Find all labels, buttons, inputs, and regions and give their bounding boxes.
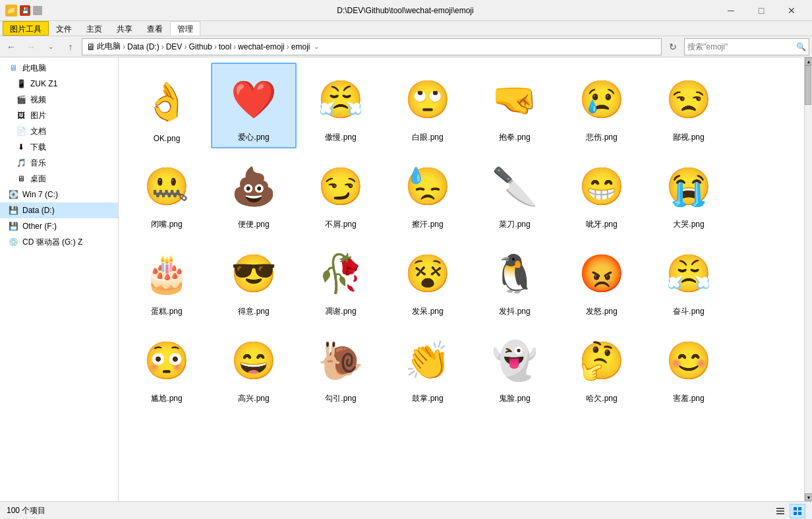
file-item[interactable]: 🐌 勾引.png	[298, 324, 384, 410]
path-computer[interactable]: 🖥 此电脑	[86, 41, 121, 52]
tab-manage[interactable]: 管理	[170, 21, 200, 36]
file-item[interactable]: 😤 傲慢.png	[298, 63, 384, 148]
path-wechat[interactable]: wechat-emoji	[238, 42, 285, 51]
file-thumbnail: 🔪	[485, 157, 544, 216]
file-item[interactable]: 🙄 白眼.png	[385, 63, 471, 148]
phone-icon: 📱	[16, 78, 26, 89]
file-item[interactable]: 👻 鬼脸.png	[472, 324, 558, 410]
tab-image-tools[interactable]: 图片工具	[3, 21, 49, 36]
path-tool[interactable]: tool	[219, 42, 231, 51]
file-thumbnail: 🥀	[311, 244, 370, 303]
tab-view[interactable]: 查看	[140, 21, 170, 36]
file-item[interactable]: 😳 尴尬.png	[124, 324, 210, 410]
file-item[interactable]: 🤐 闭嘴.png	[124, 150, 210, 235]
file-name: 悲伤.png	[586, 132, 617, 143]
grid-view-icon	[792, 506, 803, 516]
address-path[interactable]: 🖥 此电脑 › Data (D:) › DEV › Github › tool …	[82, 38, 662, 55]
path-sep-4: ›	[214, 42, 217, 51]
scrollbar-up[interactable]: ▲	[805, 57, 812, 65]
file-name: 发呆.png	[412, 306, 443, 317]
sidebar-label-datad: Data (D:)	[22, 206, 55, 215]
file-item[interactable]: 😭 大哭.png	[646, 150, 732, 235]
tab-file[interactable]: 文件	[49, 21, 79, 36]
sidebar-item-computer[interactable]: 🖥 此电脑	[0, 60, 118, 76]
forward-button[interactable]: →	[22, 38, 40, 55]
file-item[interactable]: 😏 不屑.png	[298, 150, 384, 235]
file-item[interactable]: 😁 呲牙.png	[559, 150, 645, 235]
file-thumbnail: 😄	[224, 331, 283, 390]
file-name: 爱心.png	[238, 132, 269, 143]
search-input[interactable]	[687, 42, 796, 51]
close-button[interactable]: ✕	[776, 0, 807, 21]
search-box[interactable]: 🔍	[684, 38, 809, 55]
sidebar-item-winc[interactable]: 💽 Win 7 (C:)	[0, 187, 118, 202]
file-item[interactable]: 😄 高兴.png	[211, 324, 297, 410]
sidebar-item-video[interactable]: 🎬 视频	[0, 92, 118, 107]
desktop-icon: 🖥	[16, 173, 26, 184]
minimize-button[interactable]: ─	[716, 0, 746, 21]
file-name: 奋斗.png	[673, 306, 704, 317]
svg-rect-0	[776, 508, 784, 509]
recent-button[interactable]: ⌄	[42, 38, 59, 55]
sidebar-label-document: 文档	[30, 126, 46, 137]
drive-d-icon: 💾	[8, 205, 18, 216]
sidebar-item-picture[interactable]: 🖼 图片	[0, 107, 118, 123]
file-thumbnail: 🤐	[137, 157, 196, 216]
sidebar-item-music[interactable]: 🎵 音乐	[0, 155, 118, 171]
sidebar-item-document[interactable]: 📄 文档	[0, 123, 118, 139]
file-item[interactable]: 😡 发怒.png	[559, 237, 645, 322]
sidebar-item-download[interactable]: ⬇ 下载	[0, 139, 118, 155]
file-name: 发怒.png	[586, 306, 617, 317]
list-view-button[interactable]	[772, 504, 788, 518]
list-view-icon	[775, 506, 786, 516]
sidebar-label-computer: 此电脑	[22, 63, 46, 74]
sidebar-item-other[interactable]: 💾 Other (F:)	[0, 218, 118, 234]
file-item[interactable]: 🔪 菜刀.png	[472, 150, 558, 235]
tab-share[interactable]: 共享	[109, 21, 140, 36]
sidebar-item-datad[interactable]: 💾 Data (D:)	[0, 202, 118, 218]
file-item[interactable]: 😊 害羞.png	[646, 324, 732, 410]
sidebar-item-cd[interactable]: 💿 CD 驱动器 (G:) Z	[0, 234, 118, 250]
scrollbar-down[interactable]: ▼	[805, 493, 812, 501]
file-item[interactable]: ❤️ 爱心.png	[211, 63, 297, 148]
refresh-button[interactable]: ↻	[664, 38, 682, 55]
file-item[interactable]: 😵 发呆.png	[385, 237, 471, 322]
file-thumbnail: 👻	[485, 331, 544, 390]
file-thumbnail: 😢	[572, 70, 631, 129]
file-item[interactable]: 😢 悲伤.png	[559, 63, 645, 148]
file-item[interactable]: 😒 鄙视.png	[646, 63, 732, 148]
file-name: 蛋糕.png	[151, 306, 182, 317]
file-item[interactable]: 🤜 抱拳.png	[472, 63, 558, 148]
back-button[interactable]: ←	[3, 38, 20, 55]
sidebar-item-zuk[interactable]: 📱 ZUK Z1	[0, 76, 118, 92]
video-icon: 🎬	[16, 94, 26, 105]
grid-view-button[interactable]	[790, 504, 805, 518]
sidebar-item-desktop[interactable]: 🖥 桌面	[0, 171, 118, 187]
file-item[interactable]: 😤 奋斗.png	[646, 237, 732, 322]
file-item[interactable]: 💩 便便.png	[211, 150, 297, 235]
file-item[interactable]: 👏 鼓掌.png	[385, 324, 471, 410]
file-name: 高兴.png	[238, 393, 269, 404]
path-datad[interactable]: Data (D:)	[127, 42, 160, 51]
file-item[interactable]: 👌 OK.png	[124, 63, 210, 148]
drive-c-icon: 💽	[8, 189, 18, 200]
scrollbar-thumb[interactable]	[805, 65, 811, 105]
path-github[interactable]: Github	[188, 42, 212, 51]
up-button[interactable]: ↑	[62, 38, 79, 55]
path-sep-1: ›	[123, 42, 125, 51]
file-item[interactable]: 😎 得意.png	[211, 237, 297, 322]
file-item[interactable]: 🎂 蛋糕.png	[124, 237, 210, 322]
file-item[interactable]: 🤔 哈欠.png	[559, 324, 645, 410]
maximize-button[interactable]: □	[746, 0, 776, 21]
title-buttons: ─ □ ✕	[716, 0, 807, 21]
file-item[interactable]: 😓 擦汗.png	[385, 150, 471, 235]
file-item[interactable]: 🥀 凋谢.png	[298, 237, 384, 322]
file-item[interactable]: 🐧 发抖.png	[472, 237, 558, 322]
file-thumbnail: 😵	[398, 244, 457, 303]
path-emoji[interactable]: emoji	[291, 42, 310, 51]
path-dropdown-arrow[interactable]: ⌄	[314, 43, 319, 50]
file-name: 白眼.png	[412, 132, 443, 143]
tab-home[interactable]: 主页	[79, 21, 109, 36]
path-dev[interactable]: DEV	[166, 42, 183, 51]
title-text: D:\DEV\Github\tool\wechat-emoji\emoji	[42, 6, 716, 15]
